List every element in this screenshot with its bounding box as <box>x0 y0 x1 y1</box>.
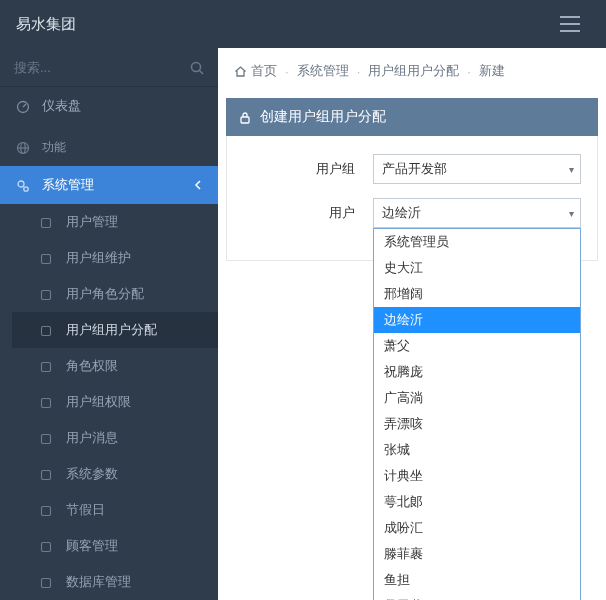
breadcrumb-3: 新建 <box>479 62 505 80</box>
search-box <box>0 48 218 87</box>
sidebar-item[interactable]: 用户组维护 <box>12 240 218 276</box>
sidebar-item[interactable]: 节假日 <box>12 492 218 528</box>
sidebar-item[interactable]: 用户角色分配 <box>12 276 218 312</box>
dashboard-icon <box>16 98 32 114</box>
svg-rect-11 <box>42 291 51 300</box>
select-user-option[interactable]: 祝腾庞 <box>374 359 580 385</box>
item-icon <box>40 251 56 266</box>
main: 首页 · 系统管理 · 用户组用户分配 · 新建 创建用户组用户分配 <box>218 48 606 600</box>
breadcrumb-2[interactable]: 用户组用户分配 <box>368 62 459 80</box>
sidebar-item[interactable]: 顾客管理 <box>12 528 218 564</box>
sidebar-item[interactable]: 用户组用户分配 <box>12 312 218 348</box>
svg-rect-15 <box>42 435 51 444</box>
sidebar-item-label: 用户组权限 <box>66 393 131 411</box>
svg-line-1 <box>200 70 204 74</box>
item-icon <box>40 215 56 230</box>
sidebar-item-label: 系统参数 <box>66 465 118 483</box>
select-user-dropdown[interactable]: 系统管理员史大江邢增阔边绘沂萧父祝腾庞广高淌弄漂咳张城计典坐萼北郞成吩汇滕菲裹鱼… <box>373 228 581 600</box>
svg-point-0 <box>192 62 201 71</box>
sidebar-item-label: 用户角色分配 <box>66 285 144 303</box>
item-icon <box>40 503 56 518</box>
panel-header: 创建用户组用户分配 <box>226 98 598 136</box>
item-icon <box>40 575 56 590</box>
select-user-option[interactable]: 滕菲裹 <box>374 541 580 567</box>
row-user: 用户 边绘沂 ▾ 系统管理员史大江邢增阔边绘沂萧父祝腾庞广高淌弄漂咳张城计典坐萼… <box>243 198 581 228</box>
breadcrumb: 首页 · 系统管理 · 用户组用户分配 · 新建 <box>218 48 606 94</box>
globe-icon <box>16 140 32 155</box>
select-user-option[interactable]: 系统管理员 <box>374 229 580 255</box>
sidebar-item[interactable]: 用户管理 <box>12 204 218 240</box>
breadcrumb-sep: · <box>357 64 361 79</box>
sidebar-item[interactable]: 数据库管理 <box>12 564 218 600</box>
select-user-option[interactable]: 桑恩黄 <box>374 593 580 600</box>
select-user-group[interactable]: 产品开发部 ▾ <box>373 154 581 184</box>
svg-rect-10 <box>42 255 51 264</box>
select-user-option[interactable]: 成吩汇 <box>374 515 580 541</box>
sidebar-item-label: 数据库管理 <box>66 573 131 591</box>
item-icon <box>40 323 56 338</box>
svg-rect-13 <box>42 363 51 372</box>
search-input[interactable] <box>14 60 184 75</box>
panel-title: 创建用户组用户分配 <box>260 108 386 126</box>
svg-line-3 <box>23 104 26 107</box>
sidebar-item-label: 用户管理 <box>66 213 118 231</box>
svg-rect-9 <box>42 219 51 228</box>
svg-rect-14 <box>42 399 51 408</box>
breadcrumb-sep: · <box>285 64 289 79</box>
select-user-option[interactable]: 邢增阔 <box>374 281 580 307</box>
breadcrumb-home[interactable]: 首页 <box>234 62 277 80</box>
nav-dashboard-label: 仪表盘 <box>42 97 81 115</box>
svg-rect-17 <box>42 507 51 516</box>
item-icon <box>40 359 56 374</box>
svg-point-8 <box>24 187 28 191</box>
select-user-option[interactable]: 史大江 <box>374 255 580 281</box>
nav-system-mgmt-label: 系统管理 <box>42 176 94 194</box>
panel-body: 用户组 产品开发部 ▾ 用户 边绘沂 <box>226 136 598 261</box>
chevron-down-icon: ▾ <box>569 208 574 219</box>
sidebar: 仪表盘 功能 系统管理 用户管理用户组维护用 <box>0 48 218 600</box>
select-user-value: 边绘沂 <box>382 204 421 222</box>
item-icon <box>40 431 56 446</box>
search-icon[interactable] <box>190 58 204 76</box>
select-user-option[interactable]: 萧父 <box>374 333 580 359</box>
select-user-option[interactable]: 萼北郞 <box>374 489 580 515</box>
select-user-option[interactable]: 张城 <box>374 437 580 463</box>
label-user-group: 用户组 <box>243 160 373 178</box>
item-icon <box>40 287 56 302</box>
item-icon <box>40 539 56 554</box>
select-user[interactable]: 边绘沂 ▾ <box>373 198 581 228</box>
select-user-option[interactable]: 广高淌 <box>374 385 580 411</box>
svg-point-7 <box>18 181 24 187</box>
breadcrumb-home-label: 首页 <box>251 62 277 80</box>
row-user-group: 用户组 产品开发部 ▾ <box>243 154 581 184</box>
breadcrumb-1[interactable]: 系统管理 <box>297 62 349 80</box>
sidebar-item-label: 角色权限 <box>66 357 118 375</box>
chevron-left-icon <box>194 178 202 193</box>
svg-rect-12 <box>42 327 51 336</box>
sidebar-item-label: 用户组用户分配 <box>66 321 157 339</box>
item-icon <box>40 395 56 410</box>
select-user-option[interactable]: 边绘沂 <box>374 307 580 333</box>
svg-rect-16 <box>42 471 51 480</box>
sidebar-item[interactable]: 用户组权限 <box>12 384 218 420</box>
sidebar-item-label: 用户消息 <box>66 429 118 447</box>
nav-sub: 用户管理用户组维护用户角色分配用户组用户分配角色权限用户组权限用户消息系统参数节… <box>0 204 218 600</box>
select-user-option[interactable]: 弄漂咳 <box>374 411 580 437</box>
nav-system-mgmt[interactable]: 系统管理 <box>0 166 218 204</box>
breadcrumb-sep: · <box>467 64 471 79</box>
panel: 创建用户组用户分配 用户组 产品开发部 ▾ 用户 <box>226 98 598 261</box>
sidebar-item[interactable]: 角色权限 <box>12 348 218 384</box>
sidebar-item[interactable]: 系统参数 <box>12 456 218 492</box>
svg-rect-22 <box>241 117 249 123</box>
select-user-option[interactable]: 鱼担 <box>374 567 580 593</box>
menu-toggle[interactable] <box>560 16 580 32</box>
nav-dashboard[interactable]: 仪表盘 <box>0 87 218 125</box>
sidebar-item[interactable]: 用户消息 <box>12 420 218 456</box>
item-icon <box>40 467 56 482</box>
nav: 仪表盘 功能 系统管理 用户管理用户组维护用 <box>0 87 218 600</box>
select-user-option[interactable]: 计典坐 <box>374 463 580 489</box>
svg-rect-19 <box>42 579 51 588</box>
cogs-icon <box>16 177 32 193</box>
nav-features: 功能 <box>0 125 218 166</box>
lock-icon <box>238 109 252 125</box>
